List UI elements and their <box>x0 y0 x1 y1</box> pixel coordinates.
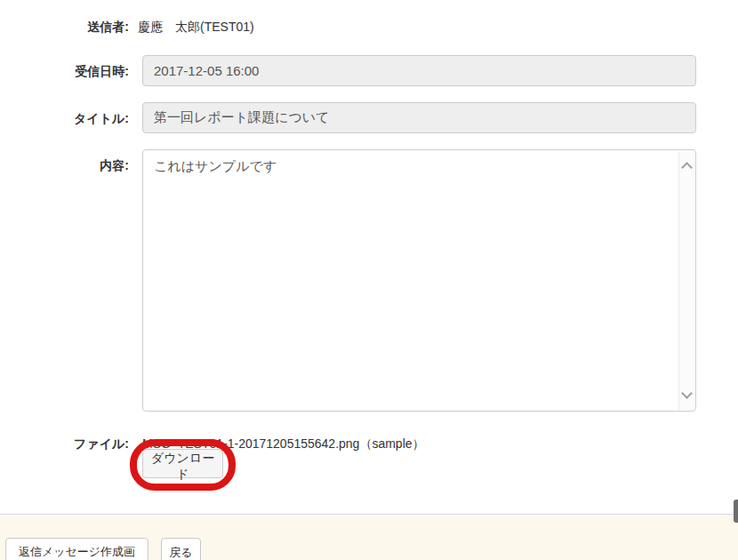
received-date-field <box>142 55 696 86</box>
title-field <box>142 102 696 133</box>
back-button[interactable]: 戻る <box>161 538 201 560</box>
scrollbar-thumb[interactable] <box>734 500 738 523</box>
body-field-wrapper: これはサンプルです <box>142 149 696 412</box>
reply-message-button[interactable]: 返信メッセージ作成画面へ <box>5 538 148 560</box>
scroll-down-icon[interactable] <box>681 388 693 399</box>
received-date-label: 受信日時: <box>0 64 129 78</box>
body-field[interactable]: これはサンプルです <box>143 150 695 411</box>
textarea-scrollbar[interactable] <box>678 151 694 410</box>
sender-value: 慶應 太郎(TEST01) <box>138 20 254 34</box>
body-label: 内容: <box>0 158 129 172</box>
title-label: タイトル: <box>0 111 129 125</box>
sender-label: 送信者: <box>0 20 129 34</box>
footer-toolbar: 返信メッセージ作成画面へ 戻る <box>0 514 738 560</box>
download-button[interactable]: ダウンロード <box>142 449 223 478</box>
scroll-up-icon[interactable] <box>681 162 693 173</box>
file-label: ファイル: <box>0 436 129 451</box>
